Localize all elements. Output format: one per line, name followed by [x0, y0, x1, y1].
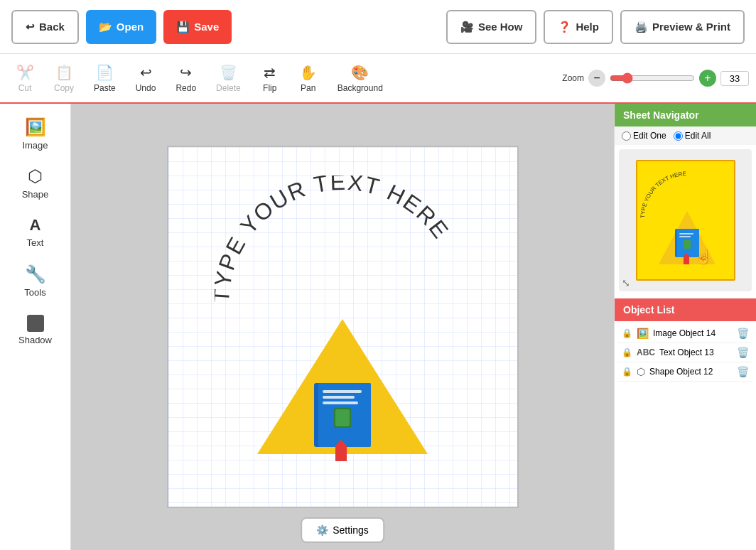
- pan-label: Pan: [301, 83, 315, 93]
- cut-label: Cut: [18, 83, 32, 93]
- lock-icon-image14[interactable]: 🔒: [622, 328, 632, 338]
- paste-button[interactable]: 📄 Paste: [85, 58, 124, 99]
- object-list-title: Object List: [623, 304, 674, 316]
- tools-tool-button[interactable]: 🔧 Tools: [7, 258, 64, 304]
- svg-text:TYPE YOUR TEXT HERE: TYPE YOUR TEXT HERE: [215, 176, 454, 303]
- image-icon: 🖼️: [25, 117, 46, 137]
- text-label: Text: [27, 237, 44, 248]
- object-item-image14[interactable]: 🔒 🖼️ Image Object 14 🗑️: [617, 324, 753, 343]
- copy-label: Copy: [54, 83, 74, 93]
- object-item-shape12[interactable]: 🔒 ⬡ Shape Object 12 🗑️: [617, 362, 753, 382]
- open-button[interactable]: 📂 Open: [86, 10, 156, 44]
- zoom-input[interactable]: [720, 71, 749, 86]
- flip-label: Flip: [263, 83, 276, 93]
- pan-button[interactable]: ✋ Pan: [291, 58, 326, 99]
- text-icon: A: [30, 216, 41, 234]
- paste-icon: 📄: [96, 64, 114, 81]
- zoom-section: Zoom − +: [562, 70, 749, 87]
- toolbar: ✂️ Cut 📋 Copy 📄 Paste ↩ Undo ↪ Redo 🗑️ D…: [0, 54, 756, 104]
- save-label: Save: [194, 21, 219, 33]
- object-label-image14: Image Object 14: [653, 328, 733, 338]
- settings-button[interactable]: ⚙️ Settings: [301, 517, 384, 543]
- left-panel: 🖼️ Image ⬡ Shape A Text 🔧 Tools Shadow: [0, 104, 71, 550]
- flip-button[interactable]: ⇄ Flip: [252, 58, 288, 99]
- redo-label: Redo: [176, 83, 196, 93]
- svg-rect-16: [679, 236, 691, 237]
- delete-button[interactable]: 🗑️ Delete: [207, 58, 249, 99]
- flip-icon: ⇄: [264, 64, 276, 81]
- edit-one-text: Edit One: [633, 131, 666, 141]
- image-label: Image: [22, 140, 48, 151]
- svg-rect-6: [323, 401, 358, 404]
- canvas-area: TYPE YOUR TEXT HERE: [71, 104, 614, 550]
- edit-all-text: Edit All: [685, 131, 711, 141]
- zoom-label: Zoom: [562, 73, 584, 83]
- background-icon: 🎨: [351, 64, 369, 81]
- right-panel: Sheet Navigator Edit One Edit All: [614, 104, 756, 550]
- object-label-text13: Text Object 13: [659, 347, 733, 357]
- help-label: Help: [576, 21, 599, 33]
- shadow-tool-button[interactable]: Shadow: [7, 307, 64, 353]
- sheet-preview-inner: TYPE YOUR TEXT HERE ☝️: [636, 160, 735, 281]
- open-icon: 📂: [99, 21, 112, 33]
- undo-button[interactable]: ↩ Undo: [127, 58, 165, 99]
- redo-icon: ↪: [180, 64, 192, 81]
- shape-tool-button[interactable]: ⬡ Shape: [7, 160, 64, 206]
- lock-icon-text13[interactable]: 🔒: [622, 347, 632, 357]
- delete-icon-image14[interactable]: 🗑️: [737, 328, 749, 339]
- triangle-book-object[interactable]: [250, 312, 435, 464]
- top-bar: ↩ Back 📂 Open 💾 Save 🎥 See How ❓ Help 🖨️…: [0, 0, 756, 54]
- delete-icon-text13[interactable]: 🗑️: [737, 347, 749, 358]
- edit-one-label[interactable]: Edit One: [622, 131, 666, 141]
- back-button[interactable]: ↩ Back: [11, 10, 79, 44]
- video-icon: 🎥: [460, 21, 474, 33]
- settings-icon: ⚙️: [316, 524, 328, 536]
- paste-label: Paste: [94, 83, 116, 93]
- settings-label: Settings: [333, 524, 369, 536]
- object-list-header: Object List: [615, 298, 756, 321]
- redo-button[interactable]: ↪ Redo: [167, 58, 205, 99]
- shadow-icon: [27, 315, 44, 332]
- svg-rect-18: [684, 240, 691, 249]
- edit-options: Edit One Edit All: [615, 126, 756, 145]
- svg-rect-5: [323, 396, 355, 399]
- cursor-icon: ☝️: [695, 248, 713, 265]
- preview-print-button[interactable]: 🖨️ Preview & Print: [620, 10, 745, 44]
- settings-bar: ⚙️ Settings: [301, 517, 384, 543]
- back-icon: ↩: [26, 21, 35, 33]
- lock-icon-shape12[interactable]: 🔒: [622, 367, 632, 377]
- back-label: Back: [39, 21, 65, 33]
- cut-button[interactable]: ✂️ Cut: [7, 58, 43, 99]
- see-how-label: See How: [478, 21, 523, 33]
- canvas-wrapper[interactable]: TYPE YOUR TEXT HERE: [167, 146, 519, 508]
- cut-icon: ✂️: [16, 64, 34, 81]
- save-icon: 💾: [176, 21, 190, 33]
- shadow-label: Shadow: [18, 335, 52, 345]
- help-button[interactable]: ❓ Help: [544, 10, 613, 44]
- see-how-button[interactable]: 🎥 See How: [446, 10, 537, 44]
- copy-button[interactable]: 📋 Copy: [45, 58, 82, 99]
- image-tool-button[interactable]: 🖼️ Image: [7, 111, 64, 157]
- edit-all-label[interactable]: Edit All: [674, 131, 711, 141]
- text-type-icon: ABC: [637, 347, 655, 357]
- shape-icon: ⬡: [28, 166, 43, 186]
- zoom-slider[interactable]: [610, 72, 695, 84]
- zoom-minus-button[interactable]: −: [588, 70, 605, 87]
- background-button[interactable]: 🎨 Background: [329, 58, 392, 99]
- delete-icon-shape12[interactable]: 🗑️: [737, 366, 749, 377]
- undo-icon: ↩: [140, 64, 152, 81]
- text-tool-button[interactable]: A Text: [7, 209, 64, 255]
- print-icon: 🖨️: [634, 21, 648, 33]
- save-button[interactable]: 💾 Save: [163, 10, 232, 44]
- shape-label: Shape: [22, 189, 49, 200]
- canvas-content: TYPE YOUR TEXT HERE: [168, 147, 517, 507]
- edit-all-radio[interactable]: [674, 131, 683, 141]
- zoom-plus-button[interactable]: +: [699, 70, 716, 87]
- preview-label: Preview & Print: [652, 21, 730, 33]
- sheet-navigator-title: Sheet Navigator: [623, 109, 699, 121]
- object-item-text13[interactable]: 🔒 ABC Text Object 13 🗑️: [617, 343, 753, 362]
- arc-text-object[interactable]: TYPE YOUR TEXT HERE: [215, 176, 470, 332]
- edit-one-radio[interactable]: [622, 131, 631, 141]
- expand-icon[interactable]: ⤡: [622, 277, 630, 289]
- shape-type-icon: ⬡: [637, 366, 645, 377]
